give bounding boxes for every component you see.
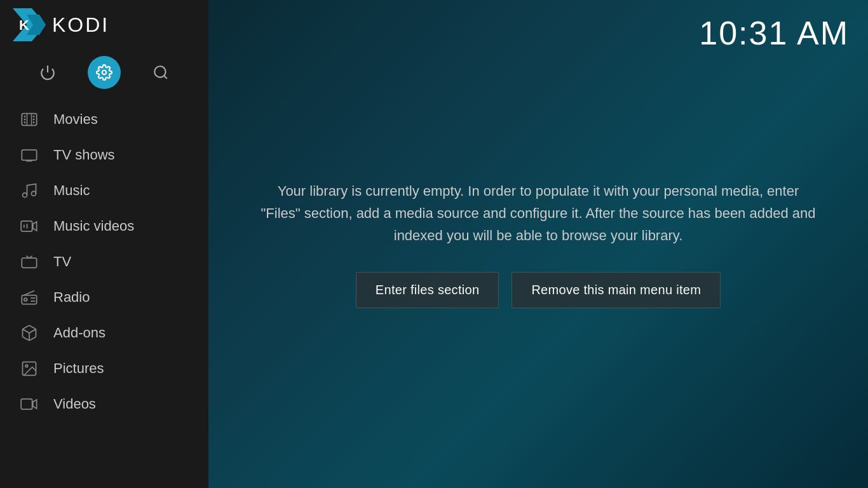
pictures-icon [18, 360, 41, 377]
sidebar-item-videos-label: Videos [53, 396, 96, 412]
svg-point-31 [25, 365, 28, 367]
toolbar [0, 50, 208, 102]
kodi-logo-icon: K [13, 8, 46, 41]
svg-point-26 [24, 298, 27, 301]
sidebar-item-music[interactable]: Music [0, 173, 208, 208]
action-buttons: Enter files section Remove this main men… [259, 272, 818, 308]
sidebar-item-movies[interactable]: Movies [0, 102, 208, 137]
tv-icon [18, 253, 41, 271]
svg-point-4 [102, 71, 107, 75]
sidebar-item-music-videos[interactable]: Music videos [0, 208, 208, 244]
sidebar-item-tv-shows-label: TV shows [53, 147, 115, 163]
power-button[interactable] [31, 56, 64, 89]
sidebar-item-add-ons[interactable]: Add-ons [0, 315, 208, 351]
sidebar-item-pictures[interactable]: Pictures [0, 351, 208, 386]
sidebar-item-pictures-label: Pictures [53, 360, 104, 377]
music-videos-icon [18, 217, 41, 235]
clock-display: 10:31 AM [699, 14, 849, 52]
sidebar-item-music-label: Music [53, 182, 90, 199]
search-button[interactable] [144, 56, 177, 89]
svg-rect-32 [21, 399, 32, 409]
add-ons-icon [18, 324, 41, 342]
settings-icon [96, 64, 112, 81]
sidebar-item-tv-label: TV [53, 254, 71, 270]
enter-files-button[interactable]: Enter files section [356, 272, 499, 308]
svg-point-19 [23, 193, 27, 198]
empty-library-box: Your library is currently empty. In orde… [233, 154, 843, 334]
sidebar-item-music-videos-label: Music videos [53, 218, 134, 234]
music-icon [18, 182, 41, 200]
svg-point-8 [24, 116, 26, 118]
app-header: K KODI [0, 0, 208, 50]
sidebar-item-tv-shows[interactable]: TV shows [0, 137, 208, 173]
sidebar-item-videos[interactable]: Videos [0, 386, 208, 422]
remove-menu-item-button[interactable]: Remove this main menu item [512, 272, 721, 308]
empty-library-message: Your library is currently empty. In orde… [259, 180, 818, 247]
sidebar-item-radio[interactable]: Radio [0, 280, 208, 315]
svg-rect-16 [22, 150, 36, 160]
search-icon [153, 64, 169, 81]
sidebar: K KODI [0, 0, 208, 488]
nav-menu: Movies TV shows Music [0, 102, 208, 488]
svg-text:K: K [19, 17, 29, 33]
svg-point-12 [33, 119, 35, 121]
svg-point-13 [33, 121, 35, 123]
sidebar-item-add-ons-label: Add-ons [53, 325, 105, 341]
sidebar-item-movies-label: Movies [53, 111, 98, 128]
app-title: KODI [52, 13, 109, 37]
sidebar-item-tv[interactable]: TV [0, 244, 208, 280]
svg-point-9 [24, 119, 26, 121]
power-icon [39, 64, 56, 81]
radio-icon [18, 288, 41, 306]
svg-rect-24 [22, 258, 36, 268]
main-content: 10:31 AM Your library is currently empty… [208, 0, 868, 488]
svg-point-10 [24, 121, 26, 123]
videos-icon [18, 395, 41, 413]
svg-line-6 [164, 76, 167, 79]
tv-shows-icon [18, 146, 41, 164]
sidebar-item-radio-label: Radio [53, 289, 90, 306]
svg-point-11 [33, 116, 35, 118]
settings-button[interactable] [88, 56, 121, 89]
svg-point-5 [155, 66, 166, 77]
movies-icon [18, 111, 41, 128]
svg-point-20 [32, 191, 36, 196]
